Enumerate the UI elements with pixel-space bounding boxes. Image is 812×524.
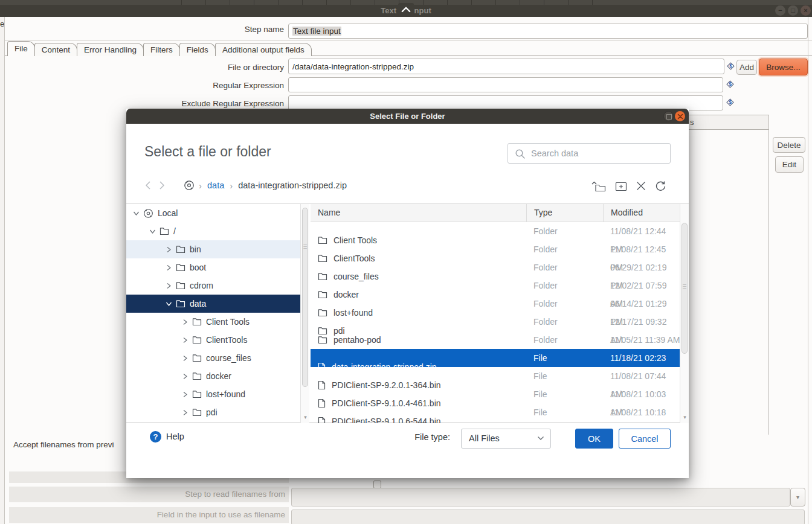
breadcrumb-separator: ›	[199, 181, 202, 191]
chevron-right-icon[interactable]	[182, 337, 188, 343]
strip-separator	[423, 0, 424, 5]
tree-scrollbar-thumb[interactable]	[302, 208, 308, 387]
close-button[interactable]: ×	[801, 5, 811, 16]
selected-files-header-fragment: s	[689, 115, 769, 130]
cancel-button[interactable]: Cancel	[619, 429, 671, 449]
tree-item-local[interactable]: Local	[126, 204, 300, 222]
maximize-button[interactable]: □	[788, 5, 798, 16]
left-edge-text-fragment: e	[0, 19, 4, 28]
tab-content[interactable]: Content	[34, 43, 77, 56]
separator-line	[5, 40, 812, 41]
file-table-row[interactable]: PDIClient-SP-9.1.0.4-461.bin File 11/08/…	[311, 385, 689, 403]
tree-item-client-tools[interactable]: Client Tools	[126, 313, 300, 331]
help-label[interactable]: Help	[166, 432, 184, 441]
file-table-row[interactable]: lost+found Folder 06/14/21 01:29 PM	[311, 295, 689, 313]
tree-item-boot[interactable]: boot	[126, 258, 300, 276]
search-input[interactable]	[531, 144, 667, 163]
new-folder-icon[interactable]	[615, 181, 627, 191]
file-table-scrollbar[interactable]: ─── ▾	[680, 204, 689, 423]
add-button[interactable]: Add	[736, 60, 757, 75]
chevron-right-icon[interactable]	[149, 229, 156, 234]
globe-icon[interactable]	[184, 180, 195, 191]
tree-item-label: course_files	[206, 353, 251, 363]
step-name-input[interactable]: Text file input	[288, 24, 808, 39]
modal-close-button[interactable]	[675, 111, 685, 121]
svg-text:$: $	[729, 63, 732, 69]
column-header-modified[interactable]: Modified	[603, 204, 680, 222]
delete-icon[interactable]	[636, 181, 646, 191]
chevron-right-icon[interactable]	[133, 211, 140, 216]
chevron-right-icon[interactable]	[182, 373, 188, 380]
modal-title: Select File or Folder	[126, 109, 689, 124]
file-table-row[interactable]: pdi Folder 12/17/21 09:32 AM	[311, 313, 689, 331]
tree-item-clienttools[interactable]: ClientTools	[126, 331, 300, 349]
chevron-right-icon[interactable]	[182, 391, 188, 398]
file-type-select[interactable]: All Files	[461, 429, 551, 449]
tree-scrollbar[interactable]: ─── ▾	[300, 204, 309, 423]
ok-button[interactable]: OK	[575, 429, 613, 449]
tab-fields[interactable]: Fields	[179, 43, 216, 56]
tree-item-cdrom[interactable]: cdrom	[126, 276, 300, 295]
variable-icon[interactable]: $	[726, 98, 735, 107]
nav-forward-icon[interactable]	[158, 181, 166, 190]
file-table-row[interactable]: course_files Folder 06/29/21 02:19 PM	[311, 258, 689, 276]
folder-icon	[176, 263, 185, 272]
tree-item-lost-found[interactable]: lost+found	[126, 385, 300, 403]
chevron-down-icon	[537, 436, 544, 441]
tree-item-docker[interactable]: docker	[126, 367, 300, 385]
file-modified: 11/05/21 11:39 AM	[603, 331, 680, 349]
tree-item-bin[interactable]: bin	[126, 240, 300, 258]
tab-file[interactable]: File	[7, 41, 35, 56]
variable-icon[interactable]: $	[726, 62, 735, 71]
folder-icon	[176, 245, 185, 254]
chevron-up-icon[interactable]	[398, 3, 414, 16]
tree-item-course-files[interactable]: course_files	[126, 349, 300, 367]
tab-error-handling[interactable]: Error Handling	[77, 43, 144, 56]
tab-bar: FileContentError HandlingFiltersFieldsAd…	[7, 42, 311, 56]
scrollbar-grip: ───	[303, 244, 308, 249]
breadcrumb-item-data[interactable]: data	[207, 181, 224, 190]
chevron-right-icon[interactable]	[182, 409, 188, 416]
modal-maximize-button[interactable]	[663, 111, 674, 121]
column-header-name[interactable]: Name	[311, 204, 526, 222]
browse-button[interactable]: Browse...	[759, 59, 808, 75]
tab-filters[interactable]: Filters	[143, 43, 180, 56]
scrollbar-down-arrow[interactable]: ▾	[301, 414, 310, 420]
up-one-level-icon[interactable]	[591, 181, 606, 192]
file-table-row[interactable]: PDIClient-SP-9.2.0.1-364.bin File 11/08/…	[311, 367, 689, 385]
regular-expression-input[interactable]	[288, 77, 723, 92]
tree-item-data[interactable]: data	[126, 295, 300, 313]
file-table-row[interactable]: Client Tools Folder 11/08/21 12:44 PM	[311, 222, 689, 240]
edit-button[interactable]: Edit	[775, 156, 804, 173]
regular-expression-label: Regular Expression	[10, 81, 284, 90]
chevron-right-icon[interactable]	[166, 301, 172, 307]
chevron-right-icon[interactable]	[166, 264, 172, 271]
refresh-icon[interactable]	[655, 181, 666, 192]
file-table-row[interactable]: PDIClient-SP-9.1.0.6-544.bin File 11/08/…	[311, 403, 689, 421]
tree-item--[interactable]: /	[126, 222, 300, 240]
strip-separator	[568, 0, 569, 5]
combo-dropdown-button[interactable]: ▾	[790, 488, 805, 506]
folder-icon	[176, 299, 185, 308]
column-header-type[interactable]: Type	[526, 204, 603, 222]
chevron-right-icon[interactable]	[182, 319, 188, 325]
search-box[interactable]	[507, 143, 671, 164]
modal-tree: Local / bin	[126, 204, 309, 423]
file-table-row[interactable]: ClientTools Folder 11/08/21 12:45 PM	[311, 240, 689, 258]
delete-button[interactable]: Delete	[773, 137, 805, 153]
folder-icon	[192, 390, 202, 398]
file-or-directory-input[interactable]: /data/data-integration-stripped.zip	[288, 59, 724, 74]
help-icon[interactable]: ?	[150, 431, 161, 443]
file-table-row[interactable]: docker Folder 12/02/21 07:59 AM	[311, 276, 689, 295]
nav-back-icon[interactable]	[144, 181, 152, 190]
file-table-row[interactable]: pentaho-pod Folder 11/05/21 11:39 AM	[311, 331, 689, 349]
tree-item-pdi[interactable]: pdi	[126, 403, 300, 421]
chevron-right-icon[interactable]	[166, 283, 172, 289]
variable-icon[interactable]: $	[726, 80, 735, 89]
chevron-right-icon[interactable]	[166, 246, 172, 253]
tab-additional-output-fields[interactable]: Additional output fields	[215, 43, 312, 56]
scrollbar-down-arrow[interactable]: ▾	[680, 414, 689, 420]
minimize-button[interactable]: −	[775, 5, 785, 16]
chevron-right-icon[interactable]	[182, 355, 188, 362]
file-table-row[interactable]: data-integration-stripped.zip File 11/18…	[311, 349, 689, 367]
